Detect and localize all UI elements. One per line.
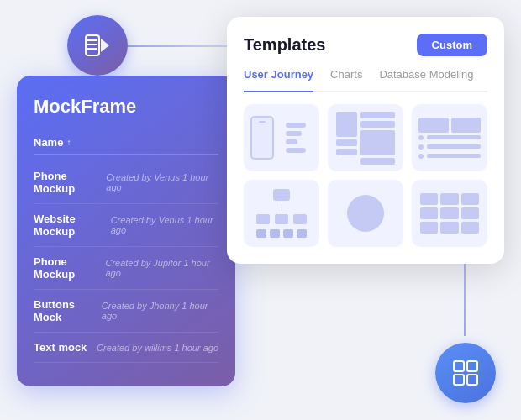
row-meta: Created by willims 1 hour ago [97,343,218,353]
org-box2 [256,229,266,238]
phone-shape [250,116,274,160]
row-meta: Created by Venus 1 hour ago [111,215,218,235]
cell [336,149,357,155]
sort-icon[interactable]: ↑ [66,138,71,147]
svg-rect-6 [467,361,477,371]
grid-cell [440,222,458,234]
cell [360,121,396,128]
grid-cell [420,193,438,205]
sidebar-row[interactable]: Text mock Created by willims 1 hour ago [34,333,218,363]
grid-cell [461,222,479,234]
org-row2 [256,229,307,238]
line [286,139,297,144]
cell [360,112,396,118]
grid-cell [461,193,479,205]
org-top-node [273,189,290,201]
svg-marker-4 [101,39,109,52]
org-row [256,214,307,224]
tab-user-journey[interactable]: User Journey [244,68,313,92]
grid-cell [420,222,438,234]
sidebar-row[interactable]: Buttons Mock Created by Jhonny 1 hour ag… [34,290,218,333]
custom-button[interactable]: Custom [417,34,487,56]
grid-cell [461,207,479,219]
dot [418,135,424,140]
org-box [275,214,288,224]
org-box [293,214,307,224]
bullet-row [418,135,481,140]
templates-header: Templates Custom [244,34,487,56]
svg-rect-7 [454,375,464,385]
tab-database-modeling[interactable]: Database Modeling [379,68,473,84]
cell [336,139,357,146]
dot [418,154,424,159]
sidebar-row[interactable]: Phone Mockup Created by Jupitor 1 hour a… [34,247,218,290]
row-name: Text mock [34,341,87,354]
sidebar-row[interactable]: Website Mockup Created by Venus 1 hour a… [34,204,218,247]
circle-shape [347,195,384,232]
template-card-2[interactable] [328,104,403,171]
svg-rect-8 [467,375,477,385]
row-name: Phone Mockup [34,255,105,281]
line [286,123,306,128]
grid-icon [450,358,481,388]
template-card-4[interactable] [244,180,319,247]
org-box2 [270,229,280,238]
grid-cell [440,193,458,205]
template-card-3[interactable] [412,104,487,171]
cell [360,158,396,165]
name-column-label: Name [34,136,63,149]
org-box [256,214,270,224]
sidebar-header-label: Name ↑ [34,136,71,149]
right-col [360,112,396,165]
tab-charts[interactable]: Charts [330,68,362,84]
sidebar-row[interactable]: Phone Mockup Created by Venus 1 hour ago [34,161,218,204]
two-col-illustration [328,104,403,171]
bullet-row [418,154,481,159]
row-meta: Created by Jupitor 1 hour ago [105,258,218,278]
org-box2 [297,229,307,238]
mockup-icon [82,30,113,60]
templates-grid [244,104,487,247]
bline [427,144,481,149]
bline [427,154,481,158]
dash-box [418,118,449,133]
dot [418,144,424,150]
template-card-5[interactable] [328,180,403,247]
sidebar-title: MockFrame [34,96,218,118]
template-card-6[interactable] [412,180,487,247]
org-chart-illustration [250,182,313,244]
row-name: Website Mockup [34,213,111,238]
line [286,131,302,136]
grid-cell [420,207,438,219]
sidebar-header-row: Name ↑ [34,131,218,155]
row-meta: Created by Jhonny 1 hour ago [102,301,218,321]
left-col [336,112,357,165]
lines-illustration [279,116,313,160]
connector-line-top [128,45,237,47]
dash-bullets [418,135,481,159]
template-card-1[interactable] [244,104,319,171]
grid-list-illustration [412,185,487,242]
top-icon-circle [67,15,128,76]
cell [336,112,357,137]
row-name: Phone Mockup [34,170,106,195]
dashboard-illustration [412,111,487,165]
grid-cell [440,207,458,219]
org-box2 [283,229,293,238]
phone-mockup-illustration [244,104,319,171]
bline [427,135,481,139]
templates-tabs: User Journey Charts Database Modeling [244,68,487,92]
circle-illustration [328,180,403,247]
line [286,148,306,153]
row-meta: Created by Venus 1 hour ago [106,172,218,192]
templates-title: Templates [244,35,325,55]
dash-top [418,118,481,133]
bullet-row [418,144,481,150]
bottom-icon-circle [435,343,496,403]
svg-rect-5 [454,361,464,371]
sidebar-panel: MockFrame Name ↑ Phone Mockup Created by… [17,76,235,386]
row-name: Buttons Mock [34,298,102,323]
cell [360,130,396,155]
org-line [282,204,282,211]
templates-panel: Templates Custom User Journey Charts Dat… [227,17,504,264]
